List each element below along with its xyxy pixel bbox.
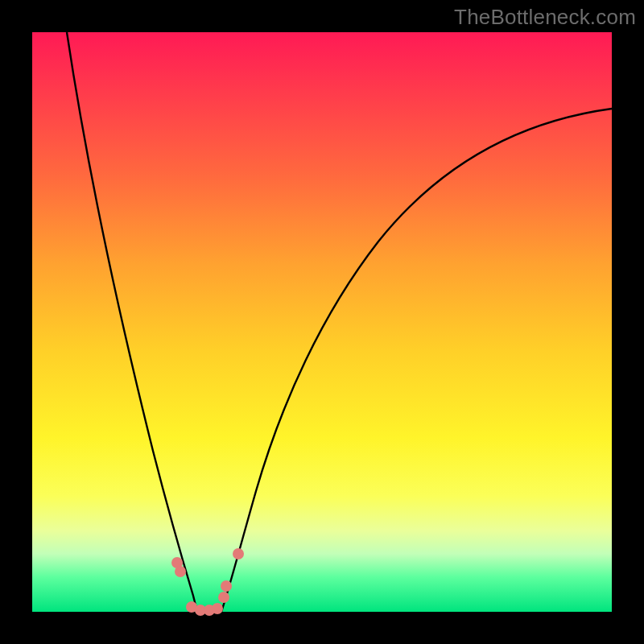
data-marker <box>218 592 229 603</box>
data-marker <box>233 548 244 559</box>
chart-frame: TheBottleneck.com <box>0 0 644 644</box>
curve-layer <box>32 32 612 612</box>
data-marker <box>221 580 232 592</box>
data-marker <box>175 566 186 577</box>
curve-right-branch <box>221 109 612 612</box>
watermark-text: TheBottleneck.com <box>454 5 636 30</box>
data-marker <box>212 603 223 614</box>
plot-area <box>32 32 612 612</box>
curve-left-branch <box>67 32 197 612</box>
